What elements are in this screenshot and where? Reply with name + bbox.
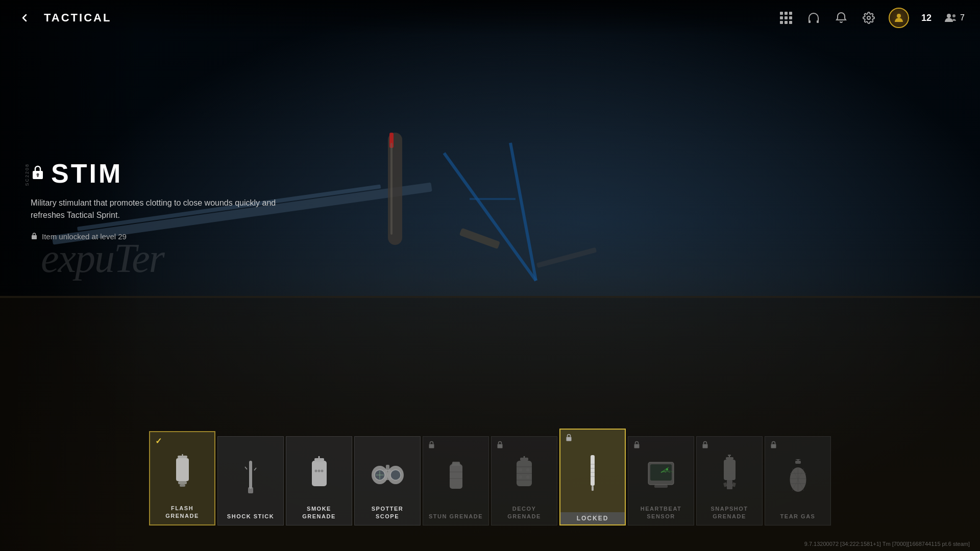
svg-rect-82 bbox=[727, 480, 732, 489]
top-bar-left: TACTICAL bbox=[15, 9, 111, 27]
stim-lock bbox=[566, 434, 572, 443]
svg-point-39 bbox=[317, 470, 320, 472]
svg-rect-68 bbox=[592, 486, 594, 491]
decoy-grenade-icon-area bbox=[496, 442, 553, 505]
stun-grenade-icon-area bbox=[427, 442, 484, 513]
svg-point-64 bbox=[519, 475, 522, 479]
svg-rect-31 bbox=[248, 487, 253, 493]
svg-rect-16 bbox=[817, 20, 819, 23]
item-title: STIM bbox=[51, 158, 122, 189]
stim-locked-bar: LOCKED bbox=[560, 512, 625, 524]
smoke-grenade-icon-area bbox=[290, 442, 348, 505]
check-mark: ✓ bbox=[155, 436, 162, 446]
items-bar: ✓ FLASH GRENADE SHOCK STICK bbox=[0, 429, 980, 525]
svg-rect-81 bbox=[724, 460, 736, 480]
snapshot-icon-area bbox=[701, 442, 758, 505]
item-card-flash-grenade[interactable]: ✓ FLASH GRENADE bbox=[149, 431, 215, 525]
item-card-stim[interactable]: STIM LOCKED bbox=[559, 429, 626, 525]
spotter-scope-label: SPOTTER SCOPE bbox=[359, 505, 416, 520]
svg-rect-35 bbox=[312, 461, 327, 486]
svg-rect-51 bbox=[450, 464, 462, 489]
heartbeat-label: HEARTBEATSENSOR bbox=[641, 505, 682, 520]
stun-grenade-lock bbox=[428, 441, 435, 450]
tear-gas-label: TEAR GAS bbox=[780, 513, 816, 520]
svg-point-38 bbox=[314, 470, 317, 472]
svg-point-19 bbox=[947, 14, 951, 18]
unlock-lock-icon bbox=[31, 232, 38, 241]
decoy-grenade-icon bbox=[509, 456, 540, 491]
flash-grenade-icon bbox=[168, 453, 197, 489]
svg-rect-66 bbox=[567, 437, 572, 441]
svg-rect-15 bbox=[808, 20, 811, 23]
svg-line-32 bbox=[245, 467, 247, 469]
headphones-icon[interactable] bbox=[806, 10, 821, 26]
grid-icon[interactable] bbox=[778, 10, 794, 26]
svg-rect-80 bbox=[726, 457, 733, 460]
version-info: 9.7.13200072 [34:222:1581+1] Tm [7000][1… bbox=[804, 541, 970, 547]
item-card-stun-grenade[interactable]: STUN GRENADE bbox=[423, 436, 489, 525]
unlock-text: Item unlocked at level 29 bbox=[42, 232, 127, 241]
svg-point-40 bbox=[321, 470, 323, 472]
item-card-tear-gas[interactable]: TEAR GAS bbox=[765, 436, 831, 525]
svg-rect-86 bbox=[728, 455, 731, 456]
tear-gas-icon-area bbox=[769, 442, 826, 513]
svg-rect-87 bbox=[771, 444, 776, 448]
item-card-decoy-grenade[interactable]: DECOY GRENADE bbox=[491, 436, 557, 525]
shock-stick-icon-area bbox=[222, 442, 279, 513]
avatar-badge[interactable] bbox=[889, 8, 909, 28]
snapshot-label: SNAPSHOTGRENADE bbox=[710, 505, 748, 520]
svg-point-18 bbox=[897, 14, 901, 18]
stim-icon bbox=[585, 454, 600, 492]
back-button[interactable] bbox=[15, 9, 34, 27]
notification-icon[interactable] bbox=[834, 10, 849, 26]
tear-gas-lock bbox=[770, 441, 777, 450]
svg-rect-83 bbox=[723, 482, 727, 487]
smoke-grenade-icon bbox=[305, 456, 333, 491]
svg-point-65 bbox=[526, 475, 529, 479]
svg-rect-73 bbox=[634, 444, 640, 448]
smoke-grenade-label: SMOKE GRENADE bbox=[290, 505, 348, 520]
spotter-scope-icon bbox=[369, 460, 407, 488]
item-lock-icon bbox=[31, 164, 45, 184]
svg-rect-24 bbox=[32, 235, 37, 239]
svg-rect-79 bbox=[703, 444, 708, 448]
tear-gas-icon bbox=[784, 459, 812, 495]
heartbeat-lock bbox=[633, 441, 640, 450]
svg-point-63 bbox=[526, 468, 529, 471]
item-card-shock-stick[interactable]: SHOCK STICK bbox=[217, 436, 284, 525]
svg-rect-84 bbox=[732, 482, 736, 487]
svg-rect-49 bbox=[429, 444, 434, 448]
top-bar-right: 12 7 bbox=[778, 8, 965, 28]
item-card-snapshot-grenade[interactable]: SNAPSHOTGRENADE bbox=[696, 436, 763, 525]
svg-rect-26 bbox=[176, 458, 189, 481]
friends-icon[interactable]: 7 bbox=[944, 12, 965, 23]
svg-rect-67 bbox=[591, 455, 595, 486]
item-card-heartbeat-sensor[interactable]: HEARTBEATSENSOR bbox=[628, 436, 694, 525]
snapshot-grenade-icon bbox=[716, 455, 744, 493]
side-decoration: SC2208 bbox=[24, 163, 30, 186]
svg-line-33 bbox=[254, 468, 256, 470]
svg-point-45 bbox=[390, 470, 401, 480]
svg-rect-56 bbox=[520, 458, 528, 461]
shock-stick-icon bbox=[238, 459, 263, 495]
svg-rect-25 bbox=[178, 456, 187, 458]
decoy-grenade-lock bbox=[497, 441, 503, 450]
svg-point-77 bbox=[666, 468, 668, 470]
stun-grenade-icon bbox=[442, 459, 470, 495]
item-description: Military stimulant that promotes clottin… bbox=[31, 197, 286, 221]
decoy-grenade-label: DECOY GRENADE bbox=[496, 505, 553, 520]
info-panel: STIM Military stimulant that promotes cl… bbox=[31, 158, 286, 241]
svg-rect-88 bbox=[795, 461, 801, 464]
heartbeat-icon-area bbox=[632, 442, 690, 505]
avatar-count: 12 bbox=[921, 13, 932, 23]
settings-icon[interactable] bbox=[861, 10, 876, 26]
item-card-spotter-scope[interactable]: SPOTTER SCOPE bbox=[354, 436, 421, 525]
unlock-info: Item unlocked at level 29 bbox=[31, 232, 286, 241]
item-name-row: STIM bbox=[31, 158, 286, 189]
svg-rect-23 bbox=[37, 174, 39, 177]
heartbeat-icon bbox=[643, 458, 679, 489]
svg-rect-78 bbox=[654, 485, 668, 488]
item-card-smoke-grenade[interactable]: SMOKE GRENADE bbox=[286, 436, 352, 525]
svg-point-62 bbox=[519, 468, 522, 471]
stim-locked-text: LOCKED bbox=[577, 515, 609, 522]
